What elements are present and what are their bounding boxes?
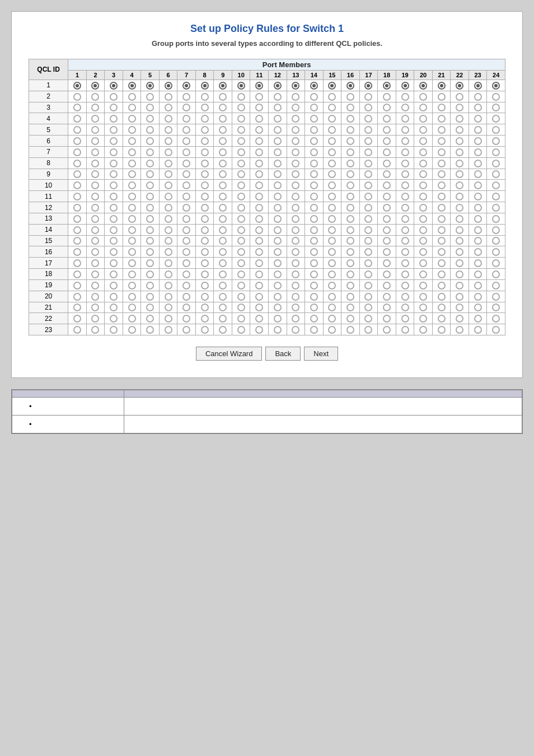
port-cell-row3-port4[interactable] (123, 102, 141, 113)
radio-empty-row9-port2[interactable] (91, 170, 99, 178)
port-cell-row10-port6[interactable] (159, 180, 177, 191)
radio-empty-row3-port9[interactable] (219, 104, 227, 111)
radio-empty-row4-port2[interactable] (91, 115, 99, 123)
port-cell-row23-port22[interactable] (451, 324, 469, 335)
port-cell-row9-port19[interactable] (396, 169, 414, 180)
radio-empty-row19-port12[interactable] (274, 282, 282, 290)
port-cell-row11-port16[interactable] (341, 191, 360, 202)
radio-empty-row12-port16[interactable] (346, 204, 354, 212)
radio-filled-row1-port5[interactable] (146, 82, 154, 90)
port-cell-row21-port10[interactable] (232, 302, 250, 313)
port-cell-row14-port20[interactable] (414, 224, 433, 235)
port-cell-row13-port17[interactable] (359, 213, 378, 224)
radio-filled-row1-port7[interactable] (182, 82, 190, 90)
port-cell-row7-port10[interactable] (232, 146, 250, 157)
port-cell-row21-port9[interactable] (214, 302, 232, 313)
radio-empty-row7-port11[interactable] (255, 148, 263, 156)
port-cell-row3-port6[interactable] (159, 102, 177, 113)
port-cell-row20-port1[interactable] (68, 291, 87, 302)
port-cell-row13-port1[interactable] (68, 213, 87, 224)
radio-filled-row1-port19[interactable] (401, 82, 409, 90)
port-cell-row2-port2[interactable] (86, 91, 105, 102)
radio-empty-row11-port12[interactable] (274, 193, 282, 200)
radio-empty-row17-port19[interactable] (401, 259, 409, 267)
radio-empty-row14-port22[interactable] (456, 226, 463, 234)
radio-empty-row3-port19[interactable] (401, 104, 409, 111)
radio-empty-row9-port15[interactable] (328, 170, 336, 178)
radio-empty-row23-port5[interactable] (146, 326, 154, 334)
radio-empty-row20-port1[interactable] (73, 293, 81, 301)
port-cell-row15-port1[interactable] (68, 235, 87, 246)
port-cell-row18-port20[interactable] (414, 269, 433, 280)
radio-empty-row19-port13[interactable] (292, 282, 299, 290)
radio-filled-row1-port12[interactable] (274, 82, 282, 90)
radio-empty-row10-port19[interactable] (401, 181, 409, 189)
port-cell-row20-port9[interactable] (214, 291, 232, 302)
port-cell-row13-port14[interactable] (305, 213, 324, 224)
port-cell-row21-port18[interactable] (378, 302, 396, 313)
radio-empty-row12-port18[interactable] (383, 204, 391, 212)
port-cell-row6-port18[interactable] (378, 136, 396, 147)
radio-empty-row11-port22[interactable] (456, 193, 463, 200)
port-cell-row8-port1[interactable] (68, 157, 87, 169)
port-cell-row16-port14[interactable] (305, 246, 324, 258)
port-cell-row11-port21[interactable] (432, 191, 451, 202)
port-cell-row20-port4[interactable] (123, 291, 141, 302)
radio-empty-row20-port23[interactable] (474, 293, 482, 301)
radio-empty-row4-port16[interactable] (346, 115, 354, 123)
radio-empty-row3-port23[interactable] (474, 104, 482, 111)
radio-empty-row18-port8[interactable] (201, 270, 209, 278)
radio-filled-row1-port6[interactable] (165, 82, 172, 90)
radio-empty-row5-port7[interactable] (182, 126, 190, 134)
port-cell-row22-port21[interactable] (432, 313, 451, 324)
port-cell-row16-port6[interactable] (159, 246, 177, 258)
radio-empty-row8-port9[interactable] (219, 160, 227, 167)
port-cell-row18-port23[interactable] (469, 269, 487, 280)
radio-empty-row2-port16[interactable] (346, 93, 354, 101)
port-cell-row4-port22[interactable] (451, 113, 469, 124)
port-cell-row22-port5[interactable] (141, 313, 160, 324)
port-cell-row10-port20[interactable] (414, 180, 433, 191)
radio-empty-row22-port7[interactable] (182, 315, 190, 323)
port-cell-row13-port5[interactable] (141, 213, 160, 224)
radio-empty-row11-port17[interactable] (364, 193, 372, 200)
radio-empty-row10-port7[interactable] (182, 181, 190, 189)
port-cell-row4-port6[interactable] (159, 113, 177, 124)
radio-empty-row22-port11[interactable] (255, 315, 263, 323)
port-cell-row8-port24[interactable] (487, 157, 505, 169)
radio-empty-row18-port19[interactable] (401, 270, 409, 278)
radio-empty-row20-port20[interactable] (419, 293, 427, 301)
port-cell-row19-port16[interactable] (341, 279, 360, 291)
port-cell-row3-port17[interactable] (359, 102, 378, 113)
port-cell-row7-port1[interactable] (68, 146, 87, 157)
port-cell-row10-port16[interactable] (341, 180, 360, 191)
radio-empty-row23-port6[interactable] (165, 326, 172, 334)
port-cell-row4-port18[interactable] (378, 113, 396, 124)
port-cell-row1-port11[interactable] (250, 80, 269, 91)
radio-empty-row23-port2[interactable] (91, 326, 99, 334)
radio-empty-row9-port3[interactable] (110, 170, 118, 178)
port-cell-row14-port8[interactable] (195, 224, 214, 235)
radio-empty-row11-port5[interactable] (146, 193, 154, 200)
port-cell-row6-port9[interactable] (214, 136, 232, 147)
radio-empty-row13-port17[interactable] (364, 215, 372, 223)
radio-empty-row12-port3[interactable] (110, 204, 118, 212)
port-cell-row16-port10[interactable] (232, 246, 250, 258)
radio-empty-row2-port24[interactable] (492, 93, 500, 101)
radio-empty-row19-port3[interactable] (110, 282, 118, 290)
port-cell-row18-port14[interactable] (305, 269, 324, 280)
port-cell-row20-port16[interactable] (341, 291, 360, 302)
radio-filled-row1-port10[interactable] (237, 82, 245, 90)
port-cell-row16-port23[interactable] (469, 246, 487, 258)
radio-empty-row7-port1[interactable] (73, 148, 81, 156)
radio-empty-row10-port5[interactable] (146, 181, 154, 189)
port-cell-row3-port15[interactable] (323, 102, 341, 113)
port-cell-row23-port20[interactable] (414, 324, 433, 335)
radio-empty-row19-port5[interactable] (146, 282, 154, 290)
port-cell-row9-port1[interactable] (68, 169, 87, 180)
radio-empty-row7-port24[interactable] (492, 148, 500, 156)
radio-empty-row6-port11[interactable] (255, 137, 263, 145)
radio-empty-row13-port20[interactable] (419, 215, 427, 223)
radio-empty-row16-port12[interactable] (274, 248, 282, 256)
radio-empty-row6-port21[interactable] (438, 137, 446, 145)
